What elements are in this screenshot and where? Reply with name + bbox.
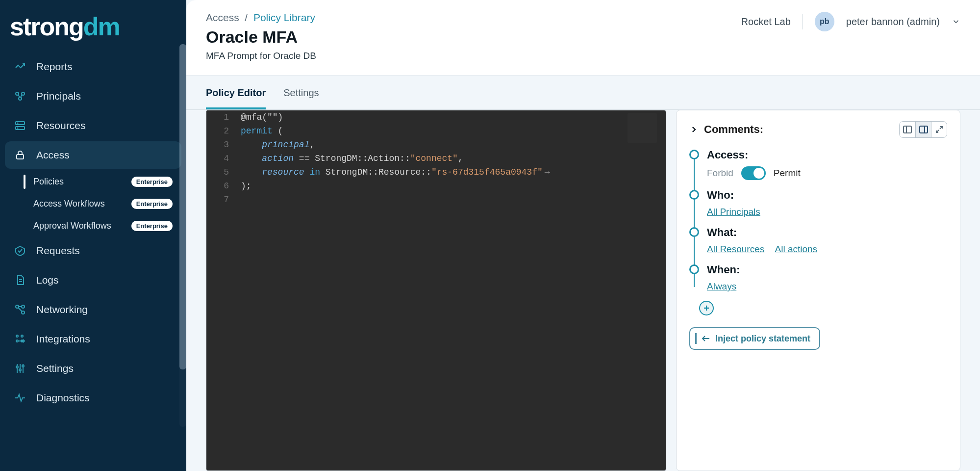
reports-icon [14, 60, 26, 73]
sidebar-scrollbar[interactable] [179, 44, 186, 427]
chevron-right-icon [689, 125, 698, 134]
main: Access / Policy Library Oracle MFA MFA P… [186, 0, 980, 471]
sidebar-sub-approval-workflows[interactable]: Approval Workflows Enterprise [25, 215, 181, 237]
inspector-panel: Comments: [676, 110, 960, 471]
sidebar-item-logs[interactable]: Logs [5, 266, 181, 294]
access-toggle[interactable] [741, 166, 766, 180]
requests-icon [14, 244, 26, 257]
sidebar-item-label: Access [36, 149, 70, 161]
timeline-dot-icon [689, 264, 699, 274]
enterprise-badge: Enterprise [131, 221, 173, 231]
timeline-dot-icon [689, 227, 699, 237]
permit-label: Permit [774, 168, 801, 179]
svg-point-16 [21, 335, 23, 337]
step-access: Access: Forbid Permit [689, 149, 947, 180]
forbid-label: Forbid [707, 168, 733, 179]
breadcrumb-link[interactable]: Policy Library [253, 12, 315, 23]
line-number: 4 [206, 152, 241, 165]
logo-text: strongdm [10, 12, 120, 41]
svg-point-15 [16, 335, 18, 337]
sidebar-item-label: Diagnostics [36, 392, 90, 404]
step-what: What: All Resources All actions [689, 226, 947, 255]
svg-point-12 [22, 305, 25, 308]
sidebar-item-label: Settings [36, 363, 74, 374]
sidebar-item-label: Logs [36, 274, 59, 286]
principals-icon [14, 90, 26, 103]
timeline-dot-icon [689, 150, 699, 159]
sidebar-sub-policies[interactable]: Policies Enterprise [25, 171, 181, 193]
svg-point-2 [19, 97, 22, 100]
sidebar-item-networking[interactable]: Networking [5, 296, 181, 323]
sidebar-item-integrations[interactable]: Integrations [5, 325, 181, 353]
breadcrumb-root[interactable]: Access [206, 12, 239, 23]
resources-icon [14, 119, 26, 132]
editor-minimap[interactable] [628, 113, 657, 143]
sidebar-item-reports[interactable]: Reports [5, 53, 181, 80]
sidebar-item-principals[interactable]: Principals [5, 82, 181, 110]
line-number: 3 [206, 138, 241, 152]
line-number: 2 [206, 124, 241, 138]
tabs: Policy Editor Settings [186, 76, 980, 110]
sidebar-item-diagnostics[interactable]: Diagnostics [5, 384, 181, 412]
when-link[interactable]: Always [707, 281, 736, 291]
enterprise-badge: Enterprise [131, 177, 173, 187]
code-editor[interactable]: 1 @mfa("") 2 permit ( 3 principal, 4 act… [206, 110, 666, 471]
divider [803, 14, 803, 29]
header: Access / Policy Library Oracle MFA MFA P… [186, 0, 980, 76]
svg-point-25 [22, 365, 24, 367]
step-who: Who: All Principals [689, 189, 947, 217]
sidebar: strongdm Reports Principals Resources Ac [0, 0, 186, 471]
logs-icon [14, 274, 26, 287]
line-number: 1 [206, 110, 241, 124]
what-actions-link[interactable]: All actions [775, 244, 818, 254]
layout-right-button[interactable] [915, 122, 931, 137]
layout-expand-button[interactable] [931, 122, 947, 137]
sidebar-item-settings[interactable]: Settings [5, 355, 181, 382]
settings-icon [14, 362, 26, 375]
inject-policy-button[interactable]: Inject policy statement [689, 327, 820, 350]
tab-policy-editor[interactable]: Policy Editor [206, 87, 266, 109]
who-link[interactable]: All Principals [707, 207, 760, 217]
sidebar-item-label: Integrations [36, 333, 90, 345]
chevron-down-icon [952, 17, 960, 26]
breadcrumb: Access / Policy Library [206, 12, 316, 24]
step-when: When: Always [689, 263, 947, 292]
sidebar-item-label: Requests [36, 245, 80, 257]
svg-line-13 [18, 308, 22, 312]
svg-point-17 [16, 340, 18, 342]
sidebar-item-label: Reports [36, 61, 73, 73]
enterprise-badge: Enterprise [131, 199, 173, 209]
line-number: 5 [206, 165, 241, 179]
diagnostics-icon [14, 392, 26, 404]
sidebar-sub-access-workflows[interactable]: Access Workflows Enterprise [25, 193, 181, 215]
sidebar-item-label: Resources [36, 120, 85, 131]
page-title: Oracle MFA [206, 27, 316, 47]
user-menu[interactable]: Rocket Lab pb peter bannon (admin) [741, 12, 960, 31]
overflow-arrow-icon: → [545, 167, 550, 177]
user-name: peter bannon (admin) [846, 16, 940, 27]
org-name: Rocket Lab [741, 16, 791, 27]
svg-point-5 [18, 123, 18, 124]
line-number: 7 [206, 193, 241, 207]
sidebar-item-label: Networking [36, 304, 88, 315]
what-resources-link[interactable]: All Resources [707, 244, 764, 254]
svg-point-6 [18, 128, 18, 129]
integrations-icon [14, 333, 26, 345]
svg-rect-28 [920, 126, 928, 133]
comments-toggle[interactable]: Comments: [689, 123, 763, 136]
sidebar-item-access[interactable]: Access [5, 141, 181, 169]
line-number: 6 [206, 179, 241, 193]
svg-point-21 [16, 366, 18, 368]
svg-point-23 [19, 369, 21, 371]
layout-switcher [899, 121, 947, 138]
tab-settings[interactable]: Settings [283, 87, 319, 109]
lock-icon [14, 149, 26, 161]
add-step-button[interactable]: + [699, 301, 714, 315]
sidebar-item-requests[interactable]: Requests [5, 237, 181, 264]
sidebar-item-label: Principals [36, 90, 81, 102]
layout-left-button[interactable] [900, 122, 915, 137]
svg-rect-26 [904, 126, 911, 133]
sidebar-item-resources[interactable]: Resources [5, 112, 181, 139]
timeline-dot-icon [689, 190, 699, 200]
logo: strongdm [5, 12, 181, 53]
